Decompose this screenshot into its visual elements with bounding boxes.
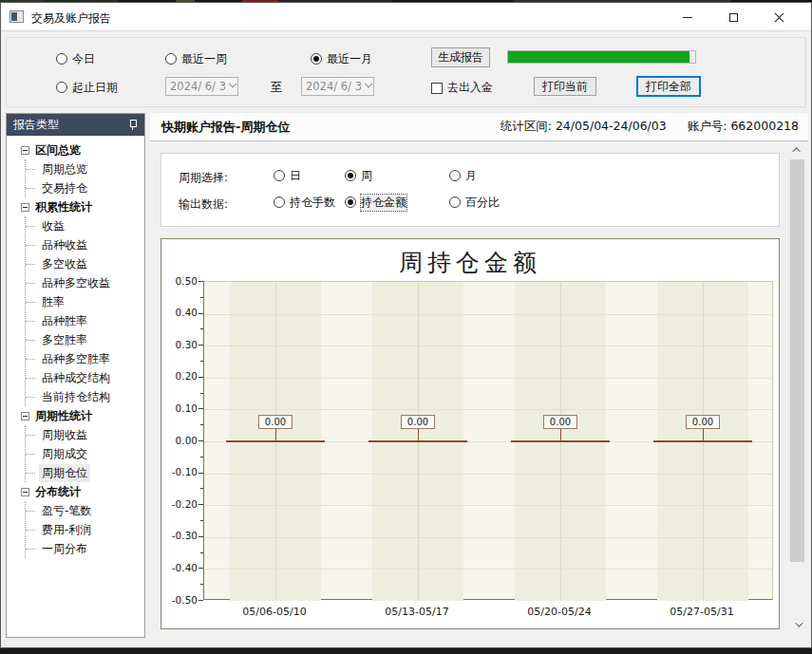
account-number: 账户号: 662000218 [688,119,799,135]
tree-item-label: 一周分布 [39,540,90,558]
tree-group-label: 区间总览 [35,142,81,159]
tree-group-label: 分布统计 [35,484,81,500]
print-current-button[interactable]: 打印当前 [534,77,596,96]
y-axis-tick [198,345,203,346]
radio-label: 最近一周 [181,51,227,67]
y-axis-minor-tick [200,488,203,489]
pin-icon[interactable] [128,119,138,131]
collapse-icon[interactable] [21,203,29,212]
radio-last-month[interactable]: 最近一月 [311,51,372,66]
tree-item[interactable]: 一周分布 [26,539,144,558]
tree-item[interactable]: 当前持仓结构 [26,387,144,406]
tree-item[interactable]: 费用-利润 [26,520,144,539]
tree-item-label: 周期总览 [39,160,90,178]
maximize-button[interactable] [711,3,755,31]
exclude-deposit-withdraw-checkbox[interactable]: 去出入金 [431,80,493,96]
radio-month[interactable]: 月 [449,168,477,183]
print-all-button[interactable]: 打印全部 [636,76,701,97]
tree-item[interactable]: 多空收益 [26,254,144,273]
tree-item-label: 多空收益 [39,255,90,273]
radio-label: 持仓金额 [361,195,406,211]
tree-item[interactable]: 品种收益 [26,235,144,254]
y-tick-label: -0.50 [165,594,198,606]
main-header: 快期账户报告-周期仓位 统计区间: 24/05/04-24/06/03 账户号:… [150,113,808,141]
tree-item-label: 品种胜率 [39,312,90,330]
tree-item-label: 周期成交 [39,445,90,463]
x-tick-label: 05/27-05/31 [631,606,773,618]
radio-circle-icon [274,196,285,208]
tree-item[interactable]: 品种多空收益 [26,273,144,292]
app-icon [9,10,24,23]
scrollbar-thumb[interactable] [790,159,804,562]
chevron-down-icon [365,80,372,87]
tree-group-label: 积累性统计 [35,199,92,215]
y-tick-label: 0.20 [165,370,198,382]
close-button[interactable] [757,3,801,31]
radio-circle-icon [311,53,322,65]
to-label: 至 [271,80,283,96]
radio-week[interactable]: 周 [345,168,372,183]
tree-item[interactable]: 胜率 [26,292,144,311]
tree-item-label: 盈亏-笔数 [39,502,94,520]
y-axis-tick [198,536,203,537]
tree-item[interactable]: 周期总览 [26,159,144,178]
tree-item[interactable]: 交易持仓 [26,178,144,197]
title-bar: 交易及账户报告 [1,3,811,31]
radio-circle-icon [345,196,356,208]
screen: 交易及账户报告 今日 最近一周 最近一月 起止日期 生成报告 2024/ 6/ … [0,0,812,654]
chevron-up-icon [792,147,800,155]
window-title: 交易及账户报告 [31,10,111,27]
radio-last-week[interactable]: 最近一周 [165,51,227,66]
tree-item[interactable]: 品种多空胜率 [26,349,144,368]
generate-report-button[interactable]: 生成报告 [431,47,490,67]
tree-item[interactable]: 盈亏-笔数 [26,501,144,520]
chart-panel: 周持仓金额 0.000.000.000.00 0.500.400.300.200… [161,238,780,629]
tree-group[interactable]: 分布统计 [12,482,144,501]
collapse-icon[interactable] [21,146,29,155]
tree-item[interactable]: 周期收益 [26,425,144,444]
tree-group[interactable]: 周期性统计 [12,406,144,425]
y-tick-label: -0.40 [165,562,198,573]
tree-group[interactable]: 区间总览 [12,140,144,159]
report-title: 快期账户报告-周期仓位 [161,119,500,136]
scroll-up-button[interactable] [789,141,805,158]
tree-item-label: 多空胜率 [39,331,90,349]
collapse-icon[interactable] [21,488,29,496]
app-window: 交易及账户报告 今日 最近一周 最近一月 起止日期 生成报告 2024/ 6/ … [0,2,812,648]
start-date-picker[interactable]: 2024/ 6/ 3 [165,77,238,96]
radio-label: 百分比 [465,195,500,211]
sidebar: 报告类型 区间总览周期总览交易持仓积累性统计收益品种收益多空收益品种多空收益胜率… [6,113,145,638]
radio-label: 起止日期 [72,80,118,96]
tree-item-label: 品种多空收益 [39,274,113,292]
radio-position-amount[interactable]: 持仓金额 [345,195,406,210]
progress-bar [507,50,696,64]
scroll-down-button[interactable] [789,616,805,632]
radio-today[interactable]: 今日 [56,51,95,66]
end-date-picker[interactable]: 2024/ 6/ 3 [301,77,374,96]
y-tick-label: 0.50 [165,275,198,287]
radio-day[interactable]: 日 [274,168,301,183]
radio-label: 周 [361,168,372,184]
y-axis-minor-tick [200,393,203,394]
tree-item[interactable]: 收益 [26,216,144,235]
vertical-scrollbar[interactable] [789,141,805,632]
desktop-sliver-bottom [0,648,812,654]
tree-item[interactable]: 品种成交结构 [26,368,144,387]
radio-percentage[interactable]: 百分比 [449,195,500,210]
y-axis-tick [198,600,203,601]
y-axis-tick [198,473,203,474]
radio-label: 持仓手数 [290,195,335,211]
radio-position-lots[interactable]: 持仓手数 [274,195,335,210]
tree-item[interactable]: 周期成交 [26,444,144,463]
tree-item[interactable]: 品种胜率 [26,311,144,330]
radio-date-range[interactable]: 起止日期 [56,80,118,95]
collapse-icon[interactable] [21,412,29,420]
y-axis-minor-tick [200,552,203,553]
tree-group[interactable]: 积累性统计 [12,197,144,216]
minimize-button[interactable] [666,3,709,31]
tree-item[interactable]: 多空胜率 [26,330,144,349]
x-tick-label: 05/13-05/17 [346,606,488,618]
radio-circle-icon [345,170,356,181]
tree-item[interactable]: 周期仓位 [26,463,144,482]
progress-fill [508,51,689,63]
